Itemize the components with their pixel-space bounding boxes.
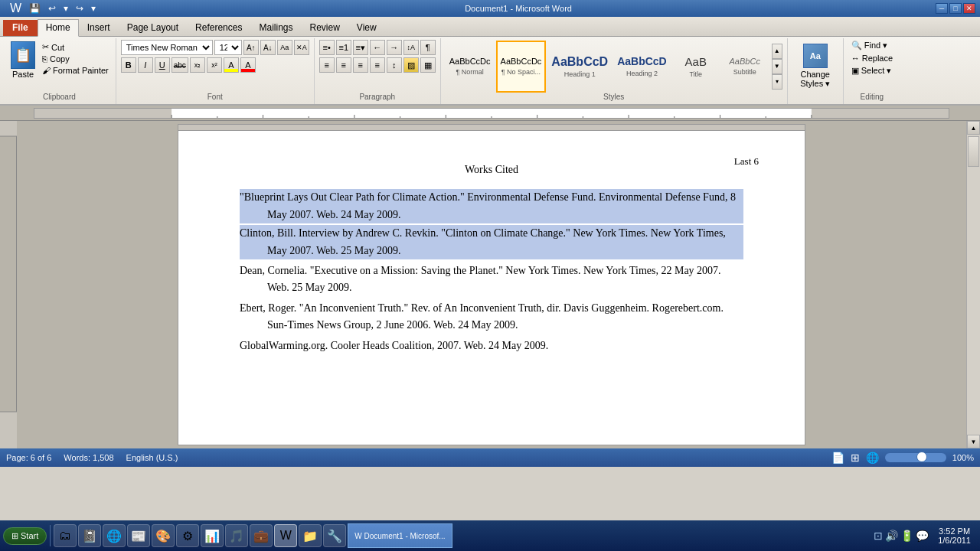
style-subtitle[interactable]: AaBbCc Subtitle xyxy=(721,41,769,93)
justify-button[interactable]: ≡ xyxy=(370,57,385,73)
underline-button[interactable]: U xyxy=(155,57,170,73)
subscript-button[interactable]: x₂ xyxy=(190,57,205,73)
change-styles-button[interactable]: Aa ChangeStyles ▾ xyxy=(792,41,838,92)
styles-more[interactable]: ▾ xyxy=(772,74,782,90)
svg-rect-18 xyxy=(0,412,17,448)
font-size-select[interactable]: 12 xyxy=(214,40,242,55)
styles-scroll-down[interactable]: ▼ xyxy=(772,59,782,74)
view-icon-fullscreen[interactable]: ⊞ xyxy=(851,452,860,464)
tab-review[interactable]: Review xyxy=(301,19,348,36)
minimize-button[interactable]: ─ xyxy=(936,3,948,14)
tab-insert[interactable]: Insert xyxy=(79,19,119,36)
taskbar-app-6[interactable]: 📊 xyxy=(201,524,224,547)
document-page[interactable]: Last 6 Works Cited "Blueprint Lays Out C… xyxy=(178,130,805,445)
style-heading1[interactable]: AaBbCcD Heading 1 xyxy=(547,41,612,93)
decrease-indent-button[interactable]: ← xyxy=(370,40,385,55)
citation-2: Clinton, Bill. Interview by Andrew C. Re… xyxy=(240,225,743,259)
copy-button[interactable]: ⎘ Copy xyxy=(40,54,111,64)
show-formatting-button[interactable]: ¶ xyxy=(420,40,436,55)
align-center-button[interactable]: ≡ xyxy=(336,57,351,73)
select-button[interactable]: ▣ Select ▾ xyxy=(848,65,896,77)
style-no-spacing[interactable]: AaBbCcDc ¶ No Spaci... xyxy=(496,41,547,93)
clear-format-button[interactable]: ✕A xyxy=(294,40,309,55)
tab-references[interactable]: References xyxy=(187,19,250,36)
tab-file[interactable]: File xyxy=(3,20,38,36)
scroll-down-button[interactable]: ▼ xyxy=(967,435,980,448)
undo-dropdown[interactable]: ▾ xyxy=(61,3,70,14)
shading-button[interactable]: ▨ xyxy=(403,57,419,73)
strikethrough-button[interactable]: abc xyxy=(172,57,188,73)
shrink-font-button[interactable]: A↓ xyxy=(260,40,276,55)
text-highlight-button[interactable]: A xyxy=(224,57,239,73)
save-button[interactable]: 💾 xyxy=(27,3,43,14)
vertical-scrollbar[interactable]: ▲ ▼ xyxy=(966,121,980,448)
style-title[interactable]: AaB Title xyxy=(672,41,720,93)
format-painter-button[interactable]: 🖌 Format Painter xyxy=(40,65,111,76)
taskbar-app-onenote[interactable]: 📓 xyxy=(78,524,101,547)
cut-button[interactable]: ✂ Cut xyxy=(40,41,111,53)
tray-network-icon[interactable]: ⊡ xyxy=(874,530,883,542)
grow-font-button[interactable]: A↑ xyxy=(243,40,259,55)
clock[interactable]: 3:52 PM 1/6/2011 xyxy=(932,527,977,545)
font-name-select[interactable]: Times New Roman xyxy=(121,40,213,55)
paste-button[interactable]: 📋 Paste xyxy=(8,40,38,80)
scroll-up-button[interactable]: ▲ xyxy=(967,121,980,135)
numbering-button[interactable]: ≡1 xyxy=(336,40,351,55)
customize-qat[interactable]: ▾ xyxy=(89,3,98,14)
change-case-button[interactable]: Aa xyxy=(277,40,292,55)
view-icon-web[interactable]: 🌐 xyxy=(866,452,879,464)
tab-home[interactable]: Home xyxy=(38,19,79,37)
word-doc-icon: W xyxy=(354,532,361,540)
zoom-slider[interactable] xyxy=(885,453,946,462)
scroll-thumb[interactable] xyxy=(968,136,979,167)
font-color-button[interactable]: A xyxy=(240,57,256,73)
increase-indent-button[interactable]: → xyxy=(387,40,402,55)
styles-scroll-up[interactable]: ▲ xyxy=(772,44,782,59)
ruler xyxy=(34,108,949,119)
restore-button[interactable]: □ xyxy=(949,3,962,14)
taskbar-word-document[interactable]: W Document1 - Microsof... xyxy=(348,523,452,548)
tab-page-layout[interactable]: Page Layout xyxy=(119,19,187,36)
tab-view[interactable]: View xyxy=(348,19,385,36)
bullets-button[interactable]: ≡• xyxy=(319,40,335,55)
line-spacing-button[interactable]: ↕ xyxy=(387,57,402,73)
tray-sound-icon[interactable]: 🔊 xyxy=(885,530,898,542)
tray-battery-icon[interactable]: 🔋 xyxy=(900,530,913,542)
close-button[interactable]: ✕ xyxy=(963,3,975,14)
quick-access-toolbar: W 💾 ↩ ▾ ↪ ▾ xyxy=(5,2,101,15)
sort-button[interactable]: ↕A xyxy=(403,40,419,55)
taskbar-app-9[interactable]: 📁 xyxy=(299,524,322,547)
tab-mailings[interactable]: Mailings xyxy=(250,19,301,36)
paste-label: Paste xyxy=(12,70,34,79)
replace-button[interactable]: ↔ Replace xyxy=(848,53,896,64)
taskbar-app-8[interactable]: 💼 xyxy=(250,524,273,547)
redo-button[interactable]: ↪ xyxy=(74,3,86,14)
taskbar-app-explorer[interactable]: 🗂 xyxy=(54,524,77,547)
style-heading2[interactable]: AaBbCcD Heading 2 xyxy=(613,41,671,93)
undo-button[interactable]: ↩ xyxy=(46,3,58,14)
multilevel-list-button[interactable]: ≡▾ xyxy=(353,40,368,55)
change-styles-group: Aa ChangeStyles ▾ . xyxy=(788,38,844,104)
style-normal[interactable]: AaBbCcDc ¶ Normal xyxy=(446,41,495,93)
format-painter-icon: 🖌 xyxy=(42,66,51,75)
tray-action-center[interactable]: 💬 xyxy=(916,530,929,542)
bold-button[interactable]: B xyxy=(121,57,136,73)
view-icon-print[interactable]: 📄 xyxy=(831,452,844,464)
find-button[interactable]: 🔍 Find ▾ xyxy=(848,40,896,51)
align-left-button[interactable]: ≡ xyxy=(319,57,335,73)
align-right-button[interactable]: ≡ xyxy=(353,57,368,73)
taskbar-app-3[interactable]: 📰 xyxy=(127,524,150,547)
main-area: Last 6 Works Cited "Blueprint Lays Out C… xyxy=(0,121,980,448)
italic-button[interactable]: I xyxy=(138,57,153,73)
scroll-track[interactable] xyxy=(967,135,980,435)
citation-4: Ebert, Roger. "An Inconvenient Truth." R… xyxy=(240,300,743,334)
taskbar-word[interactable]: W xyxy=(274,524,297,547)
taskbar-app-ie[interactable]: 🌐 xyxy=(103,524,126,547)
taskbar-app-4[interactable]: 🎨 xyxy=(152,524,175,547)
start-button[interactable]: ⊞ Start xyxy=(3,527,47,545)
taskbar-app-5[interactable]: ⚙ xyxy=(176,524,199,547)
taskbar-app-10[interactable]: 🔧 xyxy=(323,524,346,547)
taskbar-app-7[interactable]: 🎵 xyxy=(225,524,248,547)
superscript-button[interactable]: x² xyxy=(207,57,222,73)
borders-button[interactable]: ▦ xyxy=(420,57,436,73)
